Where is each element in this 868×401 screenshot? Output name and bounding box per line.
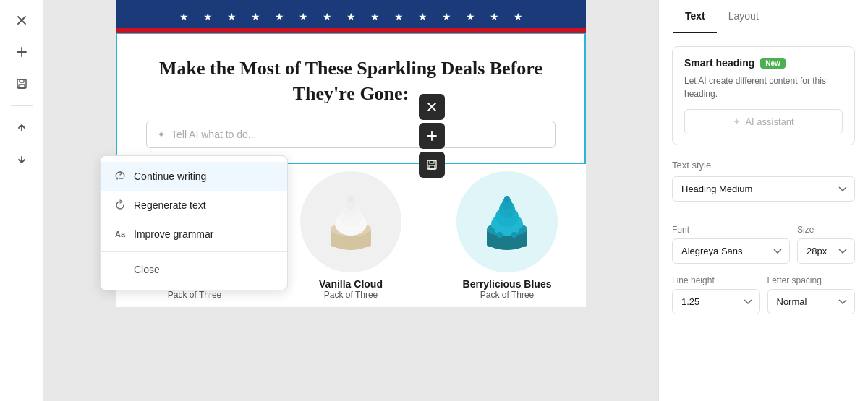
heading-text: Make the Most of These Sparkling Deals B… <box>146 56 556 106</box>
size-label: Size <box>797 225 855 235</box>
line-height-label: Line height <box>672 275 760 285</box>
menu-divider <box>101 251 287 252</box>
close-menu-item[interactable]: Close <box>101 255 287 284</box>
new-badge: New <box>760 58 786 69</box>
smart-heading-header: Smart heading New <box>684 57 843 69</box>
improve-grammar-icon: Aa <box>114 228 127 241</box>
side-delete-btn[interactable] <box>419 94 445 120</box>
banner-stars: ★★★★★ ★★★★★ ★★★★★ <box>179 11 523 22</box>
font-size-row: Font Alegreya Sans Arial Georgia Size 28… <box>672 225 855 264</box>
left-toolbar <box>0 0 43 401</box>
continue-writing-icon <box>114 170 127 183</box>
letter-spacing-col: Letter spacing Normal Tight Wide <box>767 275 856 314</box>
move-down-btn[interactable] <box>9 147 35 173</box>
improve-grammar-label: Improve grammar <box>134 228 213 240</box>
text-style-label: Text style <box>672 160 855 171</box>
cupcake-image-white <box>300 171 401 272</box>
line-height-col: Line height 1.25 1.0 1.5 2.0 <box>672 275 760 314</box>
main-canvas: ★★★★★ ★★★★★ ★★★★★ Make the Most of These… <box>43 0 658 401</box>
regenerate-text-icon <box>114 199 127 212</box>
svg-point-30 <box>519 228 524 234</box>
side-icons-panel <box>419 94 445 178</box>
letter-spacing-select[interactable]: Normal Tight Wide <box>767 289 856 314</box>
ai-assistant-label: AI assistant <box>745 116 793 127</box>
close-menu-icon <box>114 263 127 276</box>
continue-writing-label: Continue writing <box>134 171 206 182</box>
regenerate-text-label: Regenerate text <box>134 199 206 211</box>
line-letter-row: Line height 1.25 1.0 1.5 2.0 Letter spac… <box>672 275 855 314</box>
toolbar-divider <box>11 105 33 106</box>
regenerate-text-item[interactable]: Regenerate text <box>101 191 287 220</box>
letter-spacing-label: Letter spacing <box>767 275 856 285</box>
panel-tabs: Text Layout <box>659 0 868 33</box>
cupcake-sub-teal: Pack of Three <box>480 290 534 300</box>
banner-header: ★★★★★ ★★★★★ ★★★★★ <box>116 0 586 33</box>
svg-rect-33 <box>429 165 435 169</box>
dropdown-menu: Continue writing Regenerate text Aa Impr… <box>100 155 288 290</box>
smart-heading-description: Let AI create different content for this… <box>684 74 843 100</box>
cupcake-name-teal: Berrylicious Blues <box>463 278 552 290</box>
improve-grammar-item[interactable]: Aa Improve grammar <box>101 220 287 249</box>
cupcake-item-white: Vanilla Cloud Pack of Three <box>273 164 429 307</box>
side-add-btn[interactable] <box>419 123 445 149</box>
ai-assistant-icon: ✦ <box>733 116 741 127</box>
save-toolbar-btn[interactable] <box>9 71 35 97</box>
ai-input-placeholder: Tell AI what to do... <box>171 129 257 140</box>
side-save-btn[interactable] <box>419 152 445 178</box>
cupcake-sub-white: Pack of Three <box>324 290 378 300</box>
font-col: Font Alegreya Sans Arial Georgia <box>672 225 790 264</box>
cupcake-item-teal: Berrylicious Blues Pack of Three <box>429 164 585 307</box>
svg-point-26 <box>504 196 510 202</box>
smart-heading-card: Smart heading New Let AI create differen… <box>672 46 855 145</box>
svg-point-27 <box>490 228 495 234</box>
tab-layout[interactable]: Layout <box>717 0 770 33</box>
font-label: Font <box>672 225 790 235</box>
right-panel: Text Layout Smart heading New Let AI cre… <box>658 0 868 401</box>
text-style-select[interactable]: Heading Medium Heading Large Heading Sma… <box>672 176 855 202</box>
continue-writing-item[interactable]: Continue writing <box>101 162 287 191</box>
size-select[interactable]: 28px 16px 20px 24px 32px <box>797 238 855 264</box>
cupcake-name-white: Vanilla Cloud <box>319 278 383 290</box>
ai-sparkle-icon: ✦ <box>157 129 166 140</box>
svg-point-18 <box>348 196 354 202</box>
font-select[interactable]: Alegreya Sans Arial Georgia <box>672 238 790 264</box>
delete-toolbar-btn[interactable] <box>9 7 35 33</box>
line-height-select[interactable]: 1.25 1.0 1.5 2.0 <box>672 289 760 314</box>
tab-text[interactable]: Text <box>673 0 717 33</box>
content-block[interactable]: Make the Most of These Sparkling Deals B… <box>116 33 586 164</box>
ai-input-bar[interactable]: ✦ Tell AI what to do... <box>146 121 556 148</box>
panel-content: Smart heading New Let AI create differen… <box>659 33 868 327</box>
add-toolbar-btn[interactable] <box>9 39 35 65</box>
svg-point-29 <box>511 232 517 238</box>
size-col: Size 28px 16px 20px 24px 32px <box>797 225 855 264</box>
close-menu-label: Close <box>134 264 160 275</box>
svg-rect-1 <box>20 79 24 82</box>
cupcake-image-teal <box>456 171 558 272</box>
smart-heading-title: Smart heading <box>684 57 754 69</box>
move-up-btn[interactable] <box>9 115 35 141</box>
svg-point-28 <box>497 232 503 238</box>
cupcake-sub-red: Pack of Three <box>168 290 221 300</box>
ai-assistant-button[interactable]: ✦ AI assistant <box>684 109 843 134</box>
canvas-content: ★★★★★ ★★★★★ ★★★★★ Make the Most of These… <box>43 0 658 401</box>
